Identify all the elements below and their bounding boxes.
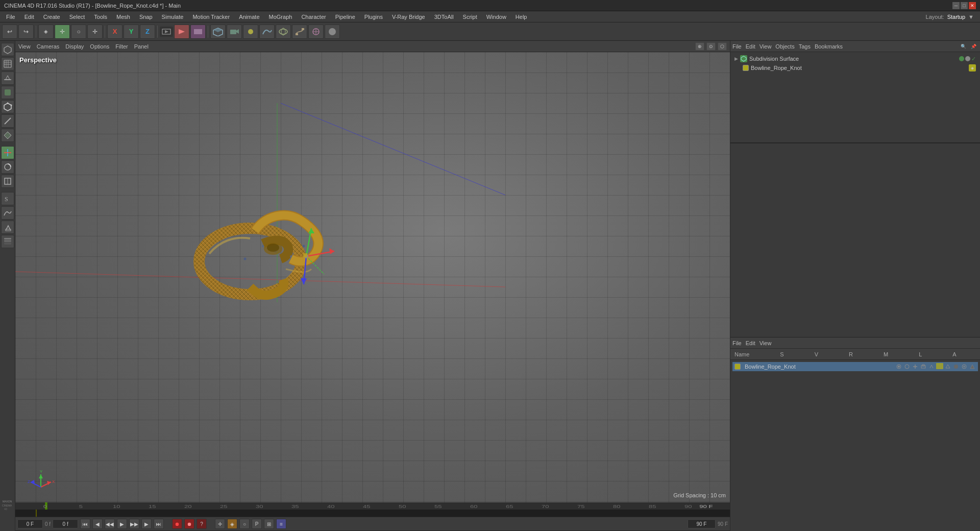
menu-window[interactable]: Window xyxy=(482,13,510,21)
obj-view-menu[interactable]: View xyxy=(760,43,772,50)
cube-button[interactable] xyxy=(210,25,226,39)
menu-help[interactable]: Help xyxy=(511,13,531,21)
minimize-button[interactable]: ─ xyxy=(952,2,960,9)
move-tool-button[interactable] xyxy=(1,146,14,159)
texture-mode-button[interactable] xyxy=(1,57,14,70)
menu-file[interactable]: File xyxy=(2,13,19,21)
undo-button[interactable]: ↩ xyxy=(2,25,17,39)
axis-x-button[interactable]: X xyxy=(107,25,122,39)
hierarchy-item-bowline[interactable]: Bowline_Rope_Knot ◈ xyxy=(732,63,978,73)
attr-edit-menu[interactable]: Edit xyxy=(746,340,755,346)
render-button[interactable] xyxy=(174,25,189,39)
path-record-button[interactable]: ○ xyxy=(239,519,250,529)
spline-button[interactable] xyxy=(259,25,275,39)
menu-pipeline[interactable]: Pipeline xyxy=(331,13,359,21)
play-reverse-button[interactable]: ◀◀ xyxy=(105,519,115,529)
camera-button[interactable] xyxy=(227,25,242,39)
obj-tags-menu[interactable]: Tags xyxy=(799,43,811,50)
axis-z-button[interactable]: Z xyxy=(140,25,155,39)
render-region-button[interactable] xyxy=(160,27,173,37)
end-frame-input[interactable] xyxy=(688,519,716,528)
move-button[interactable]: ✛ xyxy=(55,25,70,39)
maximize-button[interactable]: □ xyxy=(961,2,968,9)
menu-mesh[interactable]: Mesh xyxy=(112,13,134,21)
playback-mode-button[interactable]: P xyxy=(252,519,262,529)
next-frame-button[interactable]: ▶ xyxy=(141,519,152,529)
play-forward-fast-button[interactable]: ▶▶ xyxy=(129,519,139,529)
attr-file-menu[interactable]: File xyxy=(732,340,742,346)
scale-tool-button[interactable] xyxy=(1,175,14,188)
effector-button[interactable] xyxy=(308,25,324,39)
menu-character[interactable]: Character xyxy=(297,13,330,21)
menu-tools[interactable]: Tools xyxy=(90,13,111,21)
viewport-nav-2[interactable]: ⊙ xyxy=(706,42,716,51)
attr-icon-tag[interactable] xyxy=(936,363,943,369)
menu-motion-tracker[interactable]: Motion Tracker xyxy=(188,13,234,21)
attr-icon-s[interactable] xyxy=(895,363,902,370)
select-live-button[interactable]: ◈ xyxy=(38,25,54,39)
menu-edit[interactable]: Edit xyxy=(20,13,38,21)
nurbs-button[interactable] xyxy=(276,25,291,39)
sculpt-button[interactable]: S xyxy=(1,192,14,205)
playback-grid-button[interactable]: ⊞ xyxy=(264,519,274,529)
viewport-3d[interactable]: Perspective xyxy=(15,52,730,502)
menu-3dtoall[interactable]: 3DToAll xyxy=(430,13,458,21)
floor-mode-button[interactable] xyxy=(1,71,14,85)
menu-select[interactable]: Select xyxy=(65,13,89,21)
polygon-mode-button[interactable] xyxy=(1,129,14,142)
layer-button[interactable] xyxy=(1,235,14,248)
obj-edit-menu[interactable]: Edit xyxy=(746,43,755,50)
close-button[interactable]: ✕ xyxy=(969,2,976,9)
attr-icon-extra1[interactable] xyxy=(944,363,951,370)
vp-panel-menu[interactable]: Panel xyxy=(134,43,149,50)
material-tag-icon[interactable]: ◈ xyxy=(969,64,976,71)
vp-cameras-menu[interactable]: Cameras xyxy=(37,43,60,50)
attr-icon-final[interactable] xyxy=(969,363,976,370)
layout-selector[interactable]: Layout: Startup ▼ xyxy=(926,14,978,20)
scale-button[interactable]: ✛ xyxy=(87,25,103,39)
obj-objects-menu[interactable]: Objects xyxy=(775,43,794,50)
obj-file-menu[interactable]: File xyxy=(732,43,742,50)
rotate-tool-button[interactable] xyxy=(1,160,14,174)
paint-mode-button[interactable] xyxy=(1,86,14,99)
obj-bookmarks-menu[interactable]: Bookmarks xyxy=(815,43,843,50)
timeline-body[interactable] xyxy=(15,510,730,517)
vp-view-menu[interactable]: View xyxy=(18,43,31,50)
vis-dot-1[interactable] xyxy=(959,56,964,61)
play-button[interactable]: ▶ xyxy=(117,519,127,529)
obj-mgr-pin-icon[interactable]: 📌 xyxy=(969,42,978,51)
go-to-start-button[interactable]: ⏮ xyxy=(80,519,90,529)
edge-mode-button[interactable] xyxy=(1,114,14,128)
menu-script[interactable]: Script xyxy=(459,13,481,21)
attr-icon-m[interactable] xyxy=(920,363,927,370)
redo-button[interactable]: ↪ xyxy=(18,25,34,39)
vp-options-menu[interactable]: Options xyxy=(90,43,109,50)
motion-path-button[interactable]: ✛ xyxy=(215,519,225,529)
menu-mograph[interactable]: MoGraph xyxy=(265,13,297,21)
attr-icon-v[interactable] xyxy=(903,363,911,370)
attr-view-menu[interactable]: View xyxy=(760,340,772,346)
current-frame-input[interactable] xyxy=(17,519,43,528)
vp-display-menu[interactable]: Display xyxy=(65,43,84,50)
menu-simulate[interactable]: Simulate xyxy=(158,13,188,21)
timeline-view-button[interactable]: ≡ xyxy=(276,519,286,529)
paint-tool-button[interactable] xyxy=(1,221,14,234)
autokey-button[interactable]: ⏺ xyxy=(184,519,194,529)
menu-snap[interactable]: Snap xyxy=(135,13,157,21)
menu-create[interactable]: Create xyxy=(39,13,64,21)
spline-tool-button[interactable] xyxy=(1,206,14,220)
attr-icon-extra2[interactable] xyxy=(952,363,960,370)
menu-plugins[interactable]: Plugins xyxy=(360,13,387,21)
attr-icon-l[interactable] xyxy=(928,363,935,370)
viewport-nav-1[interactable]: ⊕ xyxy=(695,42,704,51)
menu-animate[interactable]: Animate xyxy=(235,13,263,21)
render-settings-button[interactable] xyxy=(190,25,206,39)
attr-row-bowline[interactable]: Bowline_Rope_Knot xyxy=(732,362,978,371)
vis-dot-2[interactable] xyxy=(965,56,970,61)
light-button[interactable] xyxy=(243,25,258,39)
go-to-end-button[interactable]: ⏭ xyxy=(154,519,164,529)
axis-y-button[interactable]: Y xyxy=(124,25,139,39)
record-button[interactable]: ⏺ xyxy=(172,519,182,529)
attr-icon-extra3[interactable] xyxy=(961,363,968,370)
hierarchy-item-subdivision[interactable]: ▶ Subdivision Surface ✓ xyxy=(732,54,978,63)
